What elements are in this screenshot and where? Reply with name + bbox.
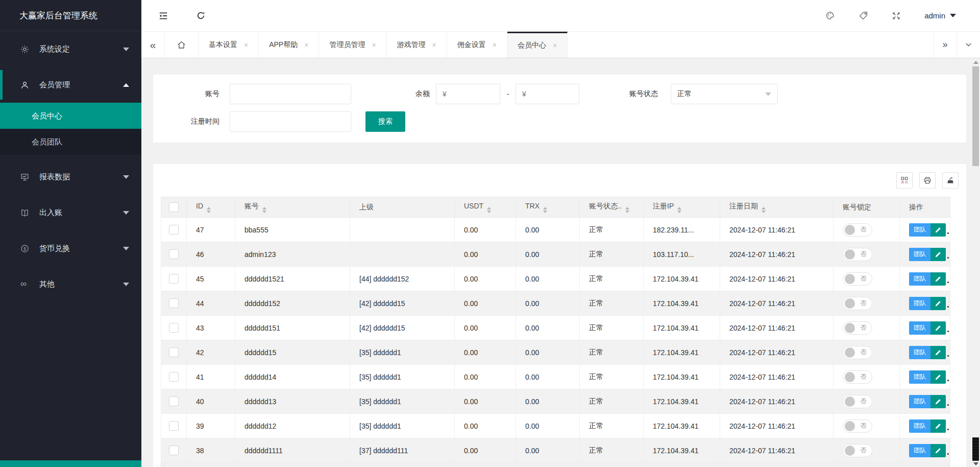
theme-palette-icon[interactable] (825, 11, 835, 20)
row-checkbox[interactable] (169, 396, 179, 406)
tab-member-center[interactable]: 会员中心 × (507, 32, 568, 58)
print-button[interactable] (919, 172, 936, 189)
row-checkbox[interactable] (169, 274, 179, 284)
close-icon[interactable]: × (304, 41, 308, 49)
table-row: 39 dddddd12 [35] dddddd1 0.00 0.00 正常 17… (161, 414, 950, 438)
edit-button[interactable] (930, 272, 946, 286)
lock-toggle[interactable]: 否 (843, 297, 872, 310)
sort-icon[interactable] (207, 207, 211, 213)
lock-toggle[interactable]: 否 (843, 444, 872, 457)
scroll-down-arrow-icon[interactable] (973, 462, 978, 465)
team-button[interactable]: 团队 (909, 297, 930, 310)
team-button[interactable]: 团队 (909, 223, 930, 237)
edit-button[interactable] (930, 297, 946, 310)
sort-icon[interactable] (487, 207, 491, 213)
column-header-id[interactable]: ID (187, 197, 235, 218)
select-all-checkbox[interactable] (169, 202, 179, 212)
tab-basic-settings[interactable]: 基本设置 × (199, 32, 259, 58)
close-icon[interactable]: × (372, 41, 376, 49)
edit-button[interactable] (930, 223, 946, 237)
sort-icon[interactable] (677, 207, 681, 213)
sidebar-item-currency-exchange[interactable]: $ 货币兑换 (0, 230, 141, 266)
export-button[interactable] (942, 172, 959, 189)
tab-app-help[interactable]: APP帮助 × (259, 32, 319, 58)
vertical-scrollbar[interactable] (971, 58, 980, 467)
column-header-status[interactable]: 账号状态.. (580, 197, 644, 218)
team-button[interactable]: 团队 (909, 370, 930, 384)
status-select[interactable]: 正常 (671, 84, 778, 104)
sort-icon[interactable] (625, 207, 629, 213)
edit-button[interactable] (930, 346, 946, 359)
row-checkbox[interactable] (169, 372, 179, 382)
team-button[interactable]: 团队 (909, 346, 930, 359)
edit-button[interactable] (930, 321, 946, 335)
lock-toggle[interactable]: 否 (843, 248, 872, 261)
team-button[interactable]: 团队 (909, 444, 930, 457)
row-checkbox[interactable] (169, 225, 179, 235)
close-icon[interactable]: × (432, 41, 436, 49)
tag-icon[interactable] (859, 11, 868, 20)
account-input[interactable] (230, 84, 351, 104)
lock-toggle[interactable]: 否 (843, 395, 872, 408)
team-button[interactable]: 团队 (909, 419, 930, 433)
tab-admin-management[interactable]: 管理员管理 × (319, 32, 386, 58)
lock-toggle[interactable]: 否 (843, 223, 872, 237)
sidebar-item-other[interactable]: ∞ 其他 (0, 266, 141, 302)
fullscreen-icon[interactable] (892, 11, 901, 20)
tab-commission-settings[interactable]: 佣金设置 × (447, 32, 507, 58)
team-button[interactable]: 团队 (909, 248, 930, 261)
sort-icon[interactable] (762, 207, 766, 213)
row-checkbox[interactable] (169, 421, 179, 431)
sidebar-item-member-center[interactable]: 会员中心 (0, 103, 141, 129)
refresh-button[interactable] (196, 11, 206, 20)
sidebar-item-report-data[interactable]: 报表数据 (0, 159, 141, 195)
sort-icon[interactable] (262, 207, 266, 213)
tab-game-management[interactable]: 游戏管理 × (387, 32, 447, 58)
row-checkbox[interactable] (169, 347, 179, 357)
row-checkbox[interactable] (169, 323, 179, 333)
cell-status: 正常 (580, 291, 644, 316)
scroll-up-arrow-icon[interactable] (973, 61, 978, 64)
balance-min-input[interactable] (436, 84, 500, 104)
edit-button[interactable] (930, 419, 946, 433)
home-tab[interactable] (165, 32, 199, 58)
row-checkbox[interactable] (169, 298, 179, 308)
edit-button[interactable] (930, 370, 946, 384)
column-header-date[interactable]: 注册日期 (720, 197, 834, 218)
close-icon[interactable]: × (553, 41, 557, 50)
close-icon[interactable]: × (493, 41, 497, 49)
close-icon[interactable]: × (244, 41, 248, 49)
columns-filter-button[interactable] (896, 172, 913, 189)
team-button[interactable]: 团队 (909, 321, 930, 335)
tabs-menu-button[interactable] (957, 32, 980, 58)
lock-toggle[interactable]: 否 (843, 370, 872, 384)
column-header-usdt[interactable]: USDT (455, 197, 516, 218)
sidebar-item-member-team[interactable]: 会员团队 (0, 129, 141, 155)
team-button[interactable]: 团队 (909, 272, 930, 286)
sidebar-item-member-management[interactable]: 会员管理 (0, 67, 141, 103)
row-checkbox[interactable] (169, 249, 179, 259)
edit-button[interactable] (930, 395, 946, 408)
user-menu[interactable]: admin (924, 11, 956, 20)
column-header-trx[interactable]: TRX (516, 197, 580, 218)
tabs-scroll-left-button[interactable]: « (141, 32, 165, 58)
team-button[interactable]: 团队 (909, 395, 930, 408)
lock-toggle[interactable]: 否 (843, 272, 872, 286)
lock-toggle[interactable]: 否 (843, 419, 872, 433)
collapse-sidebar-button[interactable] (158, 11, 168, 21)
lock-toggle[interactable]: 否 (843, 321, 872, 335)
sort-icon[interactable] (543, 207, 547, 213)
column-header-account[interactable]: 账号 (235, 197, 350, 218)
scrollbar-thumb[interactable] (972, 66, 979, 166)
search-button[interactable]: 搜索 (365, 111, 405, 132)
tabs-scroll-right-button[interactable]: » (933, 32, 957, 58)
register-time-input[interactable] (230, 111, 351, 132)
sidebar-item-transactions[interactable]: 出入账 (0, 195, 141, 230)
lock-toggle[interactable]: 否 (843, 346, 872, 359)
edit-button[interactable] (930, 444, 946, 457)
balance-max-input[interactable] (516, 84, 579, 104)
sidebar-item-system-settings[interactable]: 系统设定 (0, 31, 141, 67)
column-header-ip[interactable]: 注册IP (644, 197, 720, 218)
edit-button[interactable] (930, 248, 946, 261)
row-checkbox[interactable] (169, 446, 179, 455)
